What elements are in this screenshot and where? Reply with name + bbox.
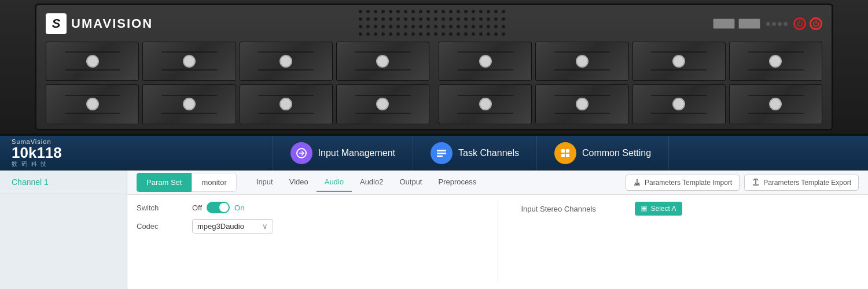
task-channels-icon: [431, 142, 453, 164]
drive-handle-6: [183, 98, 196, 110]
drive-bay-11: [632, 42, 726, 81]
drives-wrapper: [46, 42, 822, 124]
drive-handle-12: [769, 55, 782, 68]
drive-handle-2: [183, 55, 196, 68]
main-tab-set: Param Set monitor: [137, 173, 237, 192]
codec-select-arrow: ∨: [262, 222, 268, 231]
select-a-btn[interactable]: Select A: [635, 202, 682, 216]
svg-rect-4: [561, 149, 565, 153]
drives-group-left: [46, 42, 429, 124]
template-buttons: Parameters Template Import Parameters Te…: [626, 175, 859, 191]
template-import-label: Parameters Template Import: [645, 179, 732, 187]
ctrl-dot-4: [784, 22, 788, 26]
param-row-codec: Codec mpeg3Daudio ∨: [137, 219, 475, 234]
dot-grid-decoration: [153, 10, 713, 38]
sub-tab-audio[interactable]: Audio: [317, 173, 352, 192]
server-frame: S UMAVISION ⏻ ⏻: [35, 3, 833, 131]
drive-handle-1: [86, 55, 99, 68]
svg-rect-1: [437, 150, 446, 151]
drive-handle-15: [672, 98, 685, 110]
nav-item-input-management[interactable]: Input Management: [273, 136, 413, 171]
ctrl-dots: [766, 22, 788, 26]
drive-bay-12: [729, 42, 822, 81]
svg-rect-2: [437, 153, 446, 154]
template-export-label: Parameters Template Export: [763, 179, 851, 187]
server-top-bar: S UMAVISION ⏻ ⏻: [46, 10, 822, 38]
brand-subtitle: 数 码 科 技: [12, 160, 62, 168]
codec-select[interactable]: mpeg3Daudio ∨: [192, 219, 273, 234]
brand-name: SumaVision: [12, 138, 62, 145]
drive-handle-16: [769, 98, 782, 110]
toggle-off-label: Off: [192, 203, 202, 212]
drive-bay-13: [439, 84, 532, 124]
params-content: Switch Off On Codec mpeg3Daudio ∨: [127, 195, 868, 289]
drive-handle-10: [576, 55, 589, 68]
select-a-label: Select A: [651, 205, 676, 213]
main-content: Channel 1 Param Set monitor Input Video …: [0, 171, 868, 289]
svg-rect-5: [566, 149, 569, 153]
drive-bay-8: [336, 84, 429, 124]
power-btn-2[interactable]: ⏻: [810, 17, 822, 30]
template-import-btn[interactable]: Parameters Template Import: [626, 175, 740, 191]
switch-toggle[interactable]: [207, 202, 230, 213]
input-management-icon: [290, 142, 312, 164]
drive-handle-9: [479, 55, 492, 68]
template-export-btn[interactable]: Parameters Template Export: [744, 175, 859, 191]
codec-label: Codec: [137, 222, 183, 231]
common-setting-label: Common Setting: [582, 148, 651, 158]
task-channels-label: Task Channels: [458, 148, 519, 158]
ctrl-dot-3: [778, 22, 782, 26]
drive-handle-4: [376, 55, 389, 68]
drive-handle-8: [376, 98, 389, 110]
sub-tab-input[interactable]: Input: [248, 173, 281, 192]
tab-monitor[interactable]: monitor: [192, 173, 236, 192]
tab-param-set[interactable]: Param Set: [137, 173, 192, 192]
sub-tab-output[interactable]: Output: [391, 173, 430, 192]
drive-bay-5: [46, 84, 139, 124]
param-row-switch: Switch Off On: [137, 202, 475, 213]
sidebar: Channel 1: [0, 171, 127, 289]
drive-bay-9: [439, 42, 532, 81]
toggle-on-label: On: [234, 203, 244, 212]
drive-handle-13: [479, 98, 492, 110]
nav-item-common-setting[interactable]: Common Setting: [537, 136, 669, 171]
svg-rect-6: [561, 154, 565, 157]
drive-bay-15: [632, 84, 726, 124]
content-area: Param Set monitor Input Video Audio Audi…: [127, 171, 868, 289]
drive-handle-5: [86, 98, 99, 110]
select-a-icon: [641, 205, 648, 212]
drive-bay-6: [142, 84, 236, 124]
drive-bay-2: [142, 42, 236, 81]
drive-bay-3: [240, 42, 333, 81]
svg-rect-3: [437, 155, 443, 157]
drive-handle-14: [576, 98, 589, 110]
power-btn-1[interactable]: ⏻: [793, 17, 806, 30]
sidebar-item-channel1[interactable]: Channel 1: [0, 171, 127, 194]
drive-bay-14: [535, 84, 628, 124]
ctrl-btn-2: [738, 18, 760, 29]
sub-tab-audio2[interactable]: Audio2: [352, 173, 391, 192]
brand-logo: SumaVision 10k118 数 码 科 技: [12, 138, 62, 168]
drive-handle-7: [279, 98, 292, 110]
nav-item-task-channels[interactable]: Task Channels: [413, 136, 537, 171]
brand-model: 10k118: [12, 145, 62, 160]
ctrl-dot-1: [766, 22, 770, 26]
sub-tabs: Input Video Audio Audio2 Output Preproce…: [248, 173, 626, 192]
sub-tab-video[interactable]: Video: [281, 173, 317, 192]
drive-handle-11: [672, 55, 685, 68]
ctrl-btn-1: [713, 18, 735, 29]
controls-area: ⏻ ⏻: [713, 17, 822, 30]
sub-tab-preprocess[interactable]: Preprocess: [430, 173, 484, 192]
nav-bar: SumaVision 10k118 数 码 科 技 Input Manageme…: [0, 136, 868, 171]
import-icon: [633, 179, 641, 187]
drive-bay-1: [46, 42, 139, 81]
toggle-container: Off On: [192, 202, 244, 213]
input-management-label: Input Management: [318, 148, 395, 158]
tabs-bar: Param Set monitor Input Video Audio Audi…: [127, 171, 868, 195]
nav-items: Input Management Task Channels: [85, 136, 856, 171]
switch-label: Switch: [137, 203, 183, 212]
codec-value: mpeg3Daudio: [197, 222, 244, 231]
drive-bay-16: [729, 84, 822, 124]
brand-s-logo: S: [46, 13, 67, 34]
server-unit: S UMAVISION ⏻ ⏻: [0, 0, 868, 136]
